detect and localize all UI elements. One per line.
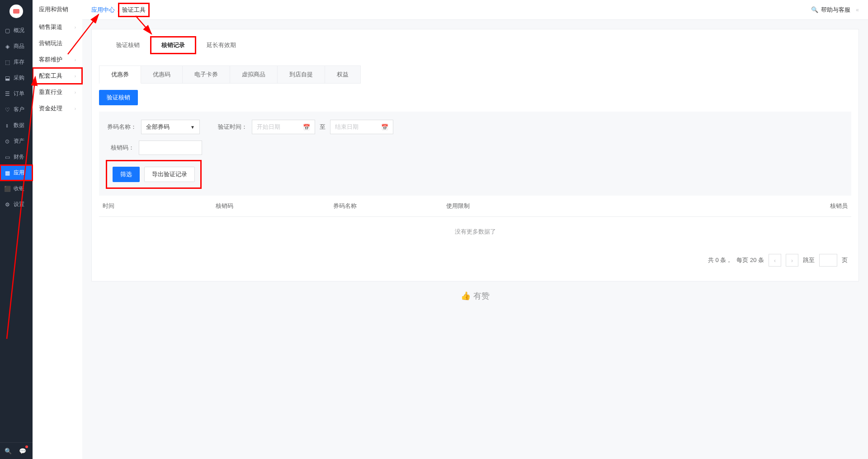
- verify-code-input[interactable]: [139, 141, 202, 155]
- nav-customers[interactable]: ♡客户: [0, 102, 33, 117]
- primary-sidebar: ▢概况 ◈商品 ⬚库存 ⬓采购 ☰订单 ♡客户 ⫾数据 ⊙资产 ▭财务 ▦应用 …: [0, 0, 33, 459]
- sub-tabs: 优惠券 优惠码 电子卡券 虚拟商品 到店自提 权益: [99, 66, 851, 84]
- sec-item-customer-group[interactable]: 客群维护›: [33, 52, 82, 68]
- sec-item-tools[interactable]: 配套工具›: [33, 68, 82, 84]
- subtab-code[interactable]: 优惠码: [141, 66, 183, 84]
- subtab-pickup[interactable]: 到店自提: [278, 66, 325, 84]
- coupon-name-label: 券码名称：: [107, 123, 137, 131]
- doc-icon: ☰: [4, 90, 11, 98]
- nav-data[interactable]: ⫾数据: [0, 117, 33, 133]
- box-icon: ⬚: [4, 59, 11, 66]
- page-input[interactable]: [819, 254, 837, 267]
- bars-icon: ⫾: [4, 122, 11, 129]
- subtab-rights[interactable]: 权益: [325, 66, 361, 84]
- monitor-icon: ▢: [4, 27, 11, 34]
- gear-icon: ⚙: [4, 201, 11, 208]
- next-page-button[interactable]: ›: [786, 254, 798, 267]
- nav-stock[interactable]: ⬚库存: [0, 54, 33, 70]
- search-icon: 🔍: [811, 6, 818, 13]
- nav-apps[interactable]: ▦应用: [0, 165, 33, 181]
- nav-finance[interactable]: ▭财务: [0, 149, 33, 165]
- verify-button[interactable]: 验证核销: [99, 90, 138, 105]
- chat-icon[interactable]: 💬: [18, 446, 27, 455]
- th-code: 核销码: [216, 202, 333, 210]
- cash-icon: ⬛: [4, 185, 11, 192]
- subtab-coupon[interactable]: 优惠券: [99, 66, 141, 84]
- filter-box: 券码名称： 全部券码 ▼ 验证时间： 开始日期 📅 至: [99, 112, 851, 196]
- breadcrumb-current: 验证工具: [119, 4, 148, 16]
- pager-jump: 跳至: [803, 256, 815, 264]
- main-card: 验证核销 核销记录 延长有效期 优惠券 优惠码 电子卡券 虚拟商品 到店自提 权…: [91, 29, 859, 281]
- nav-orders[interactable]: ☰订单: [0, 86, 33, 102]
- nav-goods[interactable]: ◈商品: [0, 38, 33, 54]
- chevron-right-icon: ›: [75, 90, 76, 95]
- tag-icon: ◈: [4, 43, 11, 50]
- grid-icon: ▦: [4, 169, 11, 177]
- chevron-right-icon: ›: [75, 74, 76, 79]
- thumbs-up-icon: 👍: [461, 291, 471, 301]
- pager-total: 共 0 条，: [708, 256, 732, 264]
- table-head: 时间 核销码 券码名称 使用限制 核销员: [99, 196, 851, 216]
- tab-verify[interactable]: 验证核销: [105, 37, 151, 54]
- breadcrumb-link[interactable]: 应用中心: [91, 6, 115, 14]
- topbar: 应用中心 / 验证工具 🔍 帮助与客服 «: [82, 0, 868, 20]
- th-name: 券码名称: [333, 202, 446, 210]
- calendar-icon: 📅: [381, 124, 388, 131]
- pager-page: 页: [842, 256, 848, 264]
- nav-cashier[interactable]: ⬛收银: [0, 181, 33, 197]
- verify-code-label: 核销码：: [107, 144, 134, 152]
- th-limit: 使用限制: [446, 202, 811, 210]
- logo[interactable]: [9, 5, 23, 18]
- chevron-right-icon: ›: [75, 106, 76, 111]
- tab-extend[interactable]: 延长有效期: [196, 37, 247, 54]
- start-date-input[interactable]: 开始日期 📅: [252, 120, 315, 134]
- footer-brand: 👍 有赞: [91, 281, 859, 310]
- secondary-title: 应用和营销: [33, 0, 82, 19]
- to-text: 至: [320, 123, 326, 131]
- subtab-ecard[interactable]: 电子卡券: [183, 66, 230, 84]
- breadcrumb: 应用中心 / 验证工具: [91, 6, 146, 14]
- money-icon: ⊙: [4, 138, 11, 145]
- filter-button[interactable]: 筛选: [113, 167, 140, 182]
- nav-purchase[interactable]: ⬓采购: [0, 70, 33, 86]
- coupon-name-select[interactable]: 全部券码 ▼: [141, 120, 200, 134]
- sec-item-channels[interactable]: 销售渠道›: [33, 19, 82, 35]
- subtab-virtual[interactable]: 虚拟商品: [230, 66, 278, 84]
- main-area: 应用中心 / 验证工具 🔍 帮助与客服 « 验证核销 核销记录 延长有效期 优惠…: [82, 0, 868, 459]
- sec-item-fund[interactable]: 资金处理›: [33, 100, 82, 117]
- sec-item-vertical[interactable]: 垂直行业›: [33, 84, 82, 100]
- cart-icon: ⬓: [4, 75, 11, 82]
- user-icon: ♡: [4, 106, 11, 113]
- nav-overview[interactable]: ▢概况: [0, 23, 33, 38]
- nav-settings[interactable]: ⚙设置: [0, 197, 33, 212]
- action-highlight: 筛选 导出验证记录: [107, 161, 200, 187]
- nav-assets[interactable]: ⊙资产: [0, 133, 33, 149]
- chevron-right-icon: ›: [75, 41, 76, 46]
- top-tabs: 验证核销 核销记录 延长有效期: [92, 29, 859, 54]
- pager-perpage: 每页 20 条: [736, 256, 764, 264]
- calendar-icon: 📅: [303, 124, 310, 131]
- th-person: 核销员: [811, 202, 848, 210]
- empty-state: 没有更多数据了: [99, 216, 851, 247]
- secondary-sidebar: 应用和营销 销售渠道› 营销玩法› 客群维护› 配套工具› 垂直行业› 资金处理…: [33, 0, 82, 459]
- sec-item-marketing[interactable]: 营销玩法›: [33, 35, 82, 52]
- chevron-right-icon: ›: [75, 57, 76, 62]
- th-time: 时间: [103, 202, 216, 210]
- tab-records[interactable]: 核销记录: [151, 37, 196, 54]
- help-link[interactable]: 🔍 帮助与客服: [811, 6, 850, 14]
- chevron-right-icon: ›: [75, 25, 76, 30]
- end-date-input[interactable]: 结束日期 📅: [330, 120, 393, 134]
- pager: 共 0 条， 每页 20 条 ‹ › 跳至 页: [99, 247, 851, 274]
- prev-page-button[interactable]: ‹: [769, 254, 781, 267]
- collapse-icon[interactable]: «: [856, 7, 859, 13]
- search-icon[interactable]: 🔍: [4, 446, 13, 455]
- verify-time-label: 验证时间：: [218, 123, 247, 131]
- card-icon: ▭: [4, 154, 11, 161]
- export-button[interactable]: 导出验证记录: [144, 167, 195, 182]
- caret-down-icon: ▼: [190, 125, 195, 130]
